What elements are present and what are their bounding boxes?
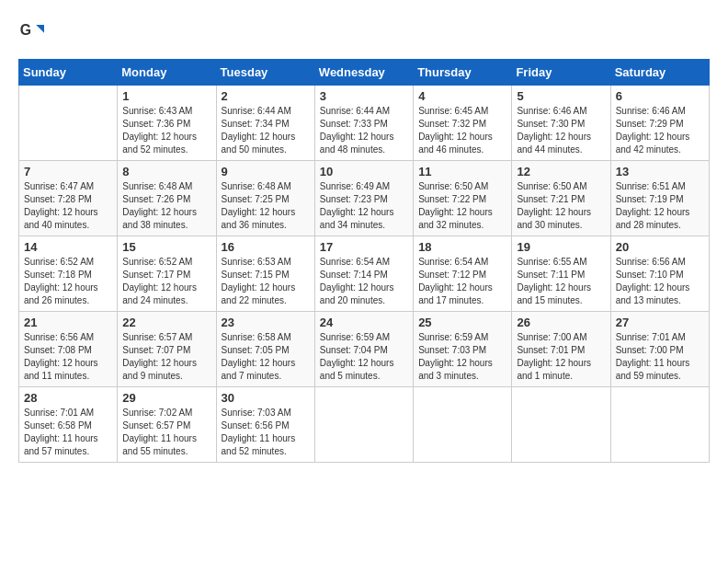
- day-number: 25: [418, 316, 506, 329]
- day-number: 9: [222, 165, 310, 178]
- day-number: 28: [24, 391, 112, 405]
- calendar-cell: 14Sunrise: 6:52 AM Sunset: 7:18 PM Dayli…: [19, 236, 118, 312]
- calendar-cell: 5Sunrise: 6:46 AM Sunset: 7:30 PM Daylig…: [512, 86, 610, 161]
- day-info: Sunrise: 6:47 AM Sunset: 7:28 PM Dayligh…: [24, 180, 112, 232]
- calendar-header-row: SundayMondayTuesdayWednesdayThursdayFrid…: [19, 60, 710, 86]
- day-info: Sunrise: 6:50 AM Sunset: 7:21 PM Dayligh…: [517, 180, 605, 232]
- day-number: 26: [517, 316, 605, 329]
- day-number: 6: [616, 89, 704, 103]
- weekday-header: Friday: [512, 60, 610, 86]
- calendar-week-row: 21Sunrise: 6:56 AM Sunset: 7:08 PM Dayli…: [19, 312, 710, 387]
- weekday-header: Monday: [118, 60, 216, 86]
- day-info: Sunrise: 6:54 AM Sunset: 7:12 PM Dayligh…: [418, 256, 506, 307]
- day-info: Sunrise: 6:52 AM Sunset: 7:18 PM Dayligh…: [24, 256, 112, 307]
- day-number: 14: [24, 240, 112, 254]
- day-number: 22: [122, 316, 210, 329]
- calendar-cell: [610, 387, 709, 463]
- calendar-cell: 13Sunrise: 6:51 AM Sunset: 7:19 PM Dayli…: [610, 161, 709, 236]
- day-info: Sunrise: 6:46 AM Sunset: 7:30 PM Dayligh…: [517, 105, 605, 156]
- calendar-cell: 4Sunrise: 6:45 AM Sunset: 7:32 PM Daylig…: [414, 86, 512, 161]
- day-number: 29: [122, 391, 210, 405]
- calendar-cell: 15Sunrise: 6:52 AM Sunset: 7:17 PM Dayli…: [118, 236, 216, 312]
- logo: G: [18, 18, 48, 44]
- calendar-cell: 27Sunrise: 7:01 AM Sunset: 7:00 PM Dayli…: [610, 312, 709, 387]
- calendar-cell: 30Sunrise: 7:03 AM Sunset: 6:56 PM Dayli…: [216, 387, 314, 463]
- day-number: 19: [517, 240, 605, 254]
- day-info: Sunrise: 6:48 AM Sunset: 7:25 PM Dayligh…: [222, 180, 310, 232]
- calendar-cell: 9Sunrise: 6:48 AM Sunset: 7:25 PM Daylig…: [216, 161, 314, 236]
- day-number: 10: [320, 165, 408, 178]
- day-number: 15: [122, 240, 210, 254]
- svg-text:G: G: [20, 22, 31, 38]
- day-info: Sunrise: 6:49 AM Sunset: 7:23 PM Dayligh…: [320, 180, 408, 232]
- calendar-cell: [414, 387, 512, 463]
- calendar-cell: 12Sunrise: 6:50 AM Sunset: 7:21 PM Dayli…: [512, 161, 610, 236]
- calendar-cell: 2Sunrise: 6:44 AM Sunset: 7:34 PM Daylig…: [216, 86, 314, 161]
- svg-marker-1: [36, 25, 44, 33]
- day-info: Sunrise: 6:58 AM Sunset: 7:05 PM Dayligh…: [222, 331, 310, 383]
- calendar-cell: 23Sunrise: 6:58 AM Sunset: 7:05 PM Dayli…: [216, 312, 314, 387]
- weekday-header: Wednesday: [314, 60, 413, 86]
- day-number: 8: [122, 165, 210, 178]
- calendar-cell: 22Sunrise: 6:57 AM Sunset: 7:07 PM Dayli…: [118, 312, 216, 387]
- day-info: Sunrise: 7:00 AM Sunset: 7:01 PM Dayligh…: [517, 331, 605, 383]
- calendar-cell: 17Sunrise: 6:54 AM Sunset: 7:14 PM Dayli…: [314, 236, 413, 312]
- calendar-cell: 18Sunrise: 6:54 AM Sunset: 7:12 PM Dayli…: [414, 236, 512, 312]
- day-info: Sunrise: 6:44 AM Sunset: 7:34 PM Dayligh…: [222, 105, 310, 156]
- calendar-cell: 25Sunrise: 6:59 AM Sunset: 7:03 PM Dayli…: [414, 312, 512, 387]
- calendar-week-row: 14Sunrise: 6:52 AM Sunset: 7:18 PM Dayli…: [19, 236, 710, 312]
- calendar-cell: 20Sunrise: 6:56 AM Sunset: 7:10 PM Dayli…: [610, 236, 709, 312]
- calendar-cell: 8Sunrise: 6:48 AM Sunset: 7:26 PM Daylig…: [118, 161, 216, 236]
- day-info: Sunrise: 6:44 AM Sunset: 7:33 PM Dayligh…: [320, 105, 408, 156]
- day-number: 17: [320, 240, 408, 254]
- calendar-cell: 10Sunrise: 6:49 AM Sunset: 7:23 PM Dayli…: [314, 161, 413, 236]
- day-number: 23: [222, 316, 310, 329]
- day-info: Sunrise: 6:54 AM Sunset: 7:14 PM Dayligh…: [320, 256, 408, 307]
- day-number: 27: [616, 316, 704, 329]
- day-number: 30: [222, 391, 310, 405]
- logo-icon: G: [18, 18, 44, 44]
- day-number: 13: [616, 165, 704, 178]
- day-number: 18: [418, 240, 506, 254]
- day-info: Sunrise: 6:53 AM Sunset: 7:15 PM Dayligh…: [222, 256, 310, 307]
- calendar-cell: 29Sunrise: 7:02 AM Sunset: 6:57 PM Dayli…: [118, 387, 216, 463]
- calendar-cell: 21Sunrise: 6:56 AM Sunset: 7:08 PM Dayli…: [19, 312, 118, 387]
- day-number: 21: [24, 316, 112, 329]
- calendar-cell: 11Sunrise: 6:50 AM Sunset: 7:22 PM Dayli…: [414, 161, 512, 236]
- calendar-week-row: 7Sunrise: 6:47 AM Sunset: 7:28 PM Daylig…: [19, 161, 710, 236]
- day-number: 20: [616, 240, 704, 254]
- day-info: Sunrise: 6:56 AM Sunset: 7:10 PM Dayligh…: [616, 256, 704, 307]
- day-info: Sunrise: 7:01 AM Sunset: 6:58 PM Dayligh…: [24, 407, 112, 458]
- day-info: Sunrise: 6:52 AM Sunset: 7:17 PM Dayligh…: [122, 256, 210, 307]
- calendar-cell: 3Sunrise: 6:44 AM Sunset: 7:33 PM Daylig…: [314, 86, 413, 161]
- day-number: 3: [320, 89, 408, 103]
- day-info: Sunrise: 6:50 AM Sunset: 7:22 PM Dayligh…: [418, 180, 506, 232]
- day-number: 24: [320, 316, 408, 329]
- weekday-header: Saturday: [610, 60, 709, 86]
- day-info: Sunrise: 6:55 AM Sunset: 7:11 PM Dayligh…: [517, 256, 605, 307]
- day-info: Sunrise: 6:56 AM Sunset: 7:08 PM Dayligh…: [24, 331, 112, 383]
- day-info: Sunrise: 7:01 AM Sunset: 7:00 PM Dayligh…: [616, 331, 704, 383]
- day-info: Sunrise: 7:03 AM Sunset: 6:56 PM Dayligh…: [222, 407, 310, 458]
- calendar-cell: [19, 86, 118, 161]
- day-info: Sunrise: 6:59 AM Sunset: 7:04 PM Dayligh…: [320, 331, 408, 383]
- day-info: Sunrise: 6:51 AM Sunset: 7:19 PM Dayligh…: [616, 180, 704, 232]
- calendar-cell: 26Sunrise: 7:00 AM Sunset: 7:01 PM Dayli…: [512, 312, 610, 387]
- calendar-cell: [314, 387, 413, 463]
- day-info: Sunrise: 6:46 AM Sunset: 7:29 PM Dayligh…: [616, 105, 704, 156]
- calendar-cell: 6Sunrise: 6:46 AM Sunset: 7:29 PM Daylig…: [610, 86, 709, 161]
- day-info: Sunrise: 6:57 AM Sunset: 7:07 PM Dayligh…: [122, 331, 210, 383]
- day-info: Sunrise: 6:45 AM Sunset: 7:32 PM Dayligh…: [418, 105, 506, 156]
- day-info: Sunrise: 6:43 AM Sunset: 7:36 PM Dayligh…: [122, 105, 210, 156]
- weekday-header: Sunday: [19, 60, 118, 86]
- day-number: 5: [517, 89, 605, 103]
- day-number: 12: [517, 165, 605, 178]
- calendar-cell: [512, 387, 610, 463]
- page-header: G: [18, 18, 710, 44]
- day-number: 1: [122, 89, 210, 103]
- calendar-table: SundayMondayTuesdayWednesdayThursdayFrid…: [18, 59, 710, 463]
- day-number: 7: [24, 165, 112, 178]
- weekday-header: Tuesday: [216, 60, 314, 86]
- calendar-cell: 7Sunrise: 6:47 AM Sunset: 7:28 PM Daylig…: [19, 161, 118, 236]
- calendar-week-row: 28Sunrise: 7:01 AM Sunset: 6:58 PM Dayli…: [19, 387, 710, 463]
